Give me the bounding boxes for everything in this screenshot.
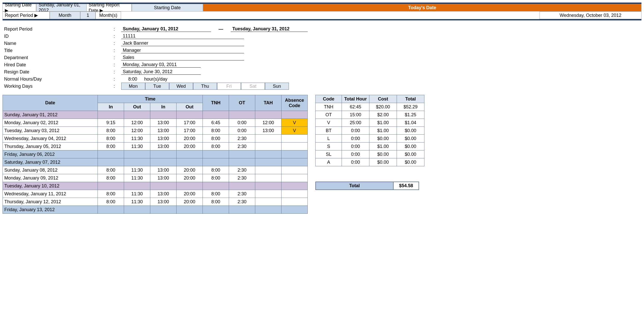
table-row: Tuesday, January 03, 20128:0012:0013:001…	[3, 127, 308, 135]
summary-row: BT0:00$1.00$0.00	[316, 127, 424, 135]
info-title-label: Title	[3, 48, 114, 53]
table-row: Wednesday, January 04, 20128:0011:3013:0…	[3, 135, 308, 143]
day-sat[interactable]: Sat	[241, 83, 265, 90]
starting-report-date-label: Starting Report Date ▶	[87, 4, 132, 11]
table-row: Friday, January 13, 2012	[3, 206, 308, 214]
table-row: Tuesday, January 10, 2012	[3, 182, 308, 190]
col-time: Time	[98, 95, 203, 103]
report-end: Tuesday, January 31, 2012	[231, 26, 308, 32]
info-resign-label: Resign Date	[3, 69, 114, 75]
period-count[interactable]: 1	[80, 11, 96, 19]
starting-date-label: Starting Date ▶	[3, 4, 36, 11]
info-report-period-label: Report Period	[3, 27, 114, 32]
info-dept-label: Department	[3, 55, 114, 60]
info-hired-label: Hired Date	[3, 62, 114, 68]
info-working-label: Working Days	[3, 84, 114, 89]
employee-info: Report Period : Sunday, January 01, 2012…	[3, 26, 641, 90]
report-period-label: Report Period ▶	[3, 11, 50, 19]
table-row: Monday, January 09, 20128:0011:3013:0020…	[3, 174, 308, 182]
today-date-header: Today's Date	[203, 4, 641, 11]
table-row: Thursday, January 05, 20128:0011:3013:00…	[3, 143, 308, 150]
table-row: Monday, January 02, 20129:1512:0013:0017…	[3, 119, 308, 127]
grand-total-value: $54.58	[394, 182, 419, 190]
day-thu[interactable]: Thu	[193, 83, 217, 90]
info-id-label: ID	[3, 34, 114, 39]
normal-hours: 8:00	[121, 77, 144, 82]
report-start: Sunday, January 01, 2012	[121, 26, 211, 32]
resign-date: Saturday, June 30, 2012	[121, 69, 201, 75]
summary-row: A0:00$0.00$0.00	[316, 158, 424, 166]
grand-total: Total $54.58	[315, 182, 424, 190]
col-ot: OT	[229, 95, 255, 111]
employee-title: Manager	[121, 48, 244, 53]
summary-row: TNH62:45$20.00$52.29	[316, 103, 424, 111]
table-row: Sunday, January 08, 20128:0011:3013:0020…	[3, 166, 308, 174]
col-cost: Cost	[369, 95, 397, 103]
table-row: Friday, January 06, 2012	[3, 150, 308, 158]
day-tue[interactable]: Tue	[145, 83, 169, 90]
info-name-label: Name	[3, 41, 114, 46]
summary-row: SL0:00$0.00$0.00	[316, 150, 424, 158]
header-bar: Starting Date ▶ Sunday, January 01, 2012…	[3, 3, 641, 20]
period-unit[interactable]: Month	[50, 11, 80, 19]
period-units: Month(s)	[96, 11, 121, 19]
employee-name: Jack Banner	[121, 41, 244, 46]
dash-icon: —	[211, 27, 231, 32]
table-row: Saturday, January 07, 2012	[3, 158, 308, 166]
day-sun[interactable]: Sun	[265, 83, 289, 90]
employee-dept: Sales	[121, 55, 244, 60]
day-fri[interactable]: Fri	[217, 83, 241, 90]
col-in1: In	[98, 103, 124, 111]
col-code: Code	[316, 95, 342, 103]
summary-table: Code Total Hour Cost Total TNH62:45$20.0…	[315, 95, 424, 166]
summary-row: OT15:00$2.00$1.25	[316, 111, 424, 119]
table-row: Wednesday, January 11, 20128:0011:3013:0…	[3, 190, 308, 198]
summary-row: L0:00$0.00$0.00	[316, 135, 424, 143]
col-out2: Out	[177, 103, 203, 111]
col-out1: Out	[124, 103, 150, 111]
timesheet-table: Date Time TNH OT TAH Absence Code In Out…	[3, 95, 308, 214]
day-mon[interactable]: Mon	[121, 83, 145, 90]
col-in2: In	[150, 103, 177, 111]
summary-row: S0:00$1.00$0.00	[316, 143, 424, 150]
day-wed[interactable]: Wed	[169, 83, 193, 90]
col-date: Date	[3, 95, 98, 111]
working-days: MonTueWedThuFriSatSun	[121, 83, 289, 90]
employee-id: 11111	[121, 33, 244, 39]
starting-report-value[interactable]: Starting Date	[132, 4, 203, 11]
col-tnh: TNH	[203, 95, 229, 111]
col-tah: TAH	[255, 95, 281, 111]
col-absence: Absence Code	[281, 95, 308, 111]
hired-date: Monday, January 03, 2011	[121, 62, 201, 68]
grand-total-label: Total	[315, 182, 394, 190]
col-total: Total	[397, 95, 424, 103]
col-total-hour: Total Hour	[342, 95, 369, 103]
today-date-value: Wednesday, October 03, 2012	[540, 11, 641, 19]
table-row: Thursday, January 12, 20128:0011:3013:00…	[3, 198, 308, 206]
hours-unit: hour(s)/day	[144, 77, 167, 82]
table-row: Sunday, January 01, 2012	[3, 111, 308, 119]
summary-row: V25:00$1.00$1.04	[316, 119, 424, 127]
info-hours-label: Normal Hours/Day	[3, 77, 114, 82]
starting-date-value[interactable]: Sunday, January 01, 2012	[36, 4, 87, 11]
